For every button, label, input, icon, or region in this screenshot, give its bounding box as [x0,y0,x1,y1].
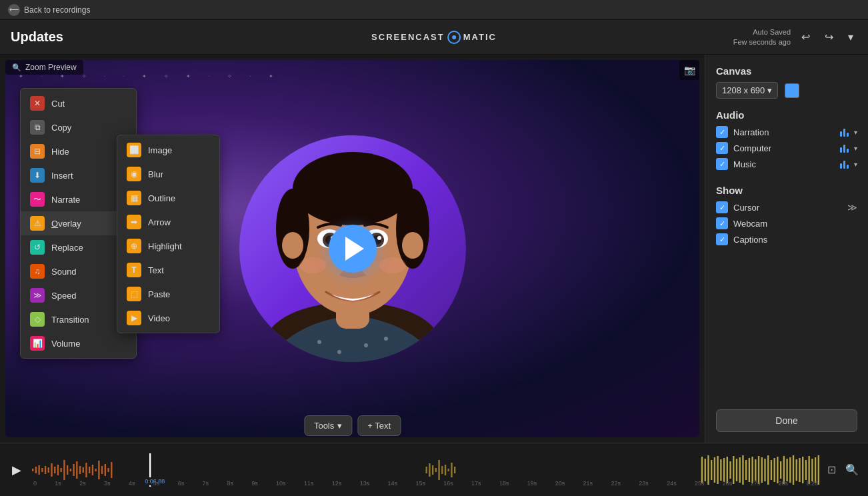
svg-rect-26 [45,466,46,474]
svg-rect-27 [48,467,49,473]
canvas-section: Canvas 1208 x 690 ▾ [716,65,857,99]
arrow-label: Arrow [148,217,171,227]
computer-label: Computer [733,143,835,153]
svg-rect-73 [749,458,750,482]
submenu-item-highlight[interactable]: ⊕ Highlight [117,234,219,258]
bar2 [843,161,845,169]
transition-label: Transition [51,315,89,325]
captions-check[interactable]: ✓ [716,233,728,245]
svg-rect-81 [774,458,775,482]
svg-rect-38 [83,467,84,473]
canvas-size-value: 1208 x 690 [722,85,765,95]
svg-rect-58 [701,457,703,483]
cut-icon: ✕ [30,96,45,111]
main-area: 🔍 Zoom Preview 📷 [0,55,868,443]
undo-button[interactable]: ↩ [797,28,814,46]
svg-rect-83 [780,461,781,479]
canvas-size-select[interactable]: 1208 x 690 ▾ [716,82,778,99]
submenu-item-image[interactable]: ⬜ Image [117,138,219,162]
menu-item-cut[interactable]: ✕ Cut [21,91,136,115]
narration-chevron[interactable]: ▾ [854,129,857,136]
narration-label: Narration [733,127,835,137]
bar1 [840,147,842,153]
redo-button[interactable]: ↪ [821,28,837,46]
outline-icon: ▦ [127,191,141,205]
auto-saved-status: Auto Saved Few seconds ago [733,27,791,47]
svg-rect-77 [761,457,763,483]
submenu-item-video[interactable]: ▶ Video [117,306,219,330]
zoom-search-icon: 🔍 [12,63,21,72]
logo-matic: MATIC [463,32,497,42]
timeline-ticks: 01s2s3s4s5s6s7s8s9s10s11s12s13s14s15s16s… [32,480,819,487]
zoom-preview-label: Zoom Preview [25,63,77,72]
svg-rect-56 [451,463,452,477]
menu-item-volume[interactable]: 📊 Volume [21,331,136,355]
canvas-color-button[interactable] [785,83,799,98]
done-label: Done [775,415,797,426]
submenu-item-paste[interactable]: ⬚ Paste [117,282,219,306]
more-options-button[interactable]: ▾ [844,28,857,46]
svg-rect-31 [61,468,62,472]
tools-label: Tools [314,421,334,431]
computer-chevron[interactable]: ▾ [854,145,857,152]
timeline-trim-button[interactable]: ⊡ [825,461,839,479]
expand-arrow[interactable]: ≫ [847,202,857,213]
overlay-submenu: ⬜ Image ◉ Blur ▦ Outline ➡ Arrow ⊕ Highl… [117,135,220,333]
back-button[interactable]: ⟵ Back to recordings [8,4,90,16]
svg-rect-78 [764,459,765,481]
narration-row: ✓ Narration ▾ [716,126,857,138]
submenu-item-blur[interactable]: ◉ Blur [117,162,219,186]
copy-icon: ⧉ [30,120,45,135]
timeline-search-button[interactable]: 🔍 [843,461,861,479]
music-check[interactable]: ✓ [716,158,728,170]
svg-rect-37 [79,466,81,474]
add-text-label: + Text [367,421,391,431]
svg-rect-42 [95,469,96,471]
svg-rect-40 [89,467,90,473]
submenu-item-text[interactable]: T Text [117,258,219,282]
bar2 [843,145,845,153]
blur-label: Blur [148,169,163,179]
narration-check[interactable]: ✓ [716,126,728,138]
tools-button[interactable]: Tools ▾ [304,415,352,436]
svg-rect-55 [448,469,449,471]
svg-rect-50 [432,465,433,475]
waveform-area[interactable]: 0:06.88 01s2s3s4s5s6s7s8s9s10s11s12s13s1… [32,453,819,487]
volume-icon: 📊 [30,336,45,351]
play-icon [345,237,364,261]
bar3 [847,165,849,169]
svg-rect-94 [815,457,816,483]
svg-rect-67 [729,461,731,479]
submenu-item-outline[interactable]: ▦ Outline [117,186,219,210]
add-text-button[interactable]: + Text [357,415,401,436]
right-panel: Canvas 1208 x 690 ▾ Audio ✓ Narration [705,55,868,443]
show-title: Show [716,185,857,196]
speed-label: Speed [51,291,77,301]
highlight-icon: ⊕ [127,239,141,253]
computer-check[interactable]: ✓ [716,142,728,154]
webcam-check[interactable]: ✓ [716,217,728,229]
timeline-play-button[interactable]: ▶ [7,460,27,480]
svg-rect-65 [723,458,725,482]
play-button[interactable] [329,225,377,273]
replace-icon: ↺ [30,240,45,255]
webcam-label: Webcam [733,219,857,229]
svg-rect-24 [38,465,39,475]
canvas-row: 1208 x 690 ▾ [716,82,857,99]
svg-rect-43 [98,461,99,479]
paste-label: Paste [148,289,170,299]
svg-rect-47 [111,462,112,478]
header: Updates SCREENCAST MATIC Auto Saved Few … [0,20,868,55]
svg-rect-61 [711,460,712,480]
captions-row: ✓ Captions [716,233,857,245]
done-button[interactable]: Done [716,409,857,432]
svg-point-2 [337,350,341,354]
audio-section: Audio ✓ Narration ▾ ✓ Computer [716,109,857,174]
outline-label: Outline [148,193,175,203]
submenu-item-arrow[interactable]: ➡ Arrow [117,210,219,234]
svg-rect-70 [739,457,741,483]
music-chevron[interactable]: ▾ [854,161,857,168]
screenshot-button[interactable]: 📷 [679,60,699,80]
svg-rect-36 [76,461,77,479]
cursor-check[interactable]: ✓ [716,201,728,213]
